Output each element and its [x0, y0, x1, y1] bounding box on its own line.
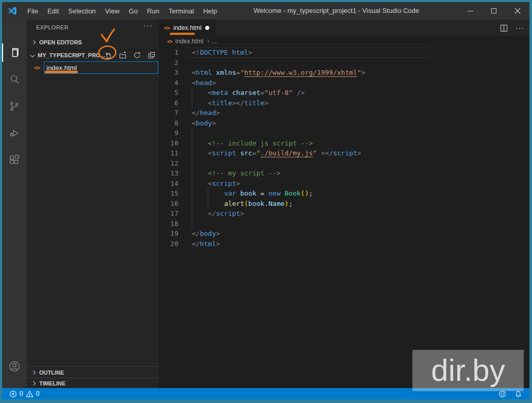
- maximize-icon: [491, 8, 496, 13]
- vscode-logo-icon: [7, 6, 18, 16]
- breadcrumb-rest[interactable]: ...: [212, 38, 217, 45]
- html-file-icon: <>: [167, 39, 172, 44]
- code-line[interactable]: 6 <title></title>: [159, 98, 529, 108]
- project-name-label: MY_TYPESCRIPT_PRO...: [38, 52, 105, 58]
- breadcrumb[interactable]: <> index.html ...: [159, 36, 529, 46]
- line-number[interactable]: 7: [159, 108, 186, 118]
- line-number[interactable]: 5: [159, 88, 186, 98]
- title-bar: FileEditSelectionViewGoRunTerminalHelp W…: [2, 2, 529, 20]
- code-line[interactable]: 13 <!-- my script -->: [159, 168, 529, 179]
- timeline-label: TIMELINE: [39, 380, 65, 386]
- menu-item-help[interactable]: Help: [198, 2, 222, 20]
- code-line[interactable]: 14 <script>: [159, 179, 529, 189]
- minimize-button[interactable]: [458, 2, 482, 20]
- code-line[interactable]: 18: [159, 219, 529, 229]
- minimize-icon: [468, 11, 473, 11]
- outline-section[interactable]: OUTLINE: [27, 366, 159, 378]
- code-line[interactable]: 7</head>: [159, 108, 529, 118]
- code-line[interactable]: 8<body>: [159, 118, 529, 128]
- menu-item-go[interactable]: Go: [124, 2, 142, 20]
- code-line[interactable]: 15 var book = new Book();: [159, 188, 529, 199]
- new-file-icon[interactable]: [104, 51, 112, 59]
- project-toolbar: [104, 50, 156, 61]
- menu-item-selection[interactable]: Selection: [63, 2, 100, 20]
- line-number[interactable]: 19: [159, 229, 186, 239]
- close-button[interactable]: [506, 2, 529, 20]
- line-number[interactable]: 9: [159, 128, 186, 138]
- accounts-icon[interactable]: [2, 354, 27, 379]
- code-line[interactable]: 5 <meta charset="utf-8" />: [159, 88, 529, 98]
- line-number[interactable]: 15: [159, 188, 186, 199]
- code-line[interactable]: 9: [159, 128, 529, 138]
- chevron-right-icon: [31, 381, 36, 385]
- project-section-header[interactable]: MY_TYPESCRIPT_PRO...: [27, 49, 159, 60]
- line-number[interactable]: 13: [159, 168, 186, 179]
- code-line[interactable]: 1<!DOCTYPE html>: [159, 47, 529, 58]
- line-text: [186, 158, 192, 169]
- line-number[interactable]: 18: [159, 219, 186, 229]
- code-line[interactable]: 17 </script>: [159, 208, 529, 219]
- code-line[interactable]: 10 <!-- include js script -->: [159, 138, 529, 149]
- collapse-all-icon[interactable]: [147, 51, 156, 59]
- sidebar-bottom-sections: OUTLINE TIMELINE: [27, 366, 159, 388]
- tab-bar: <> index.html ···: [159, 20, 529, 36]
- activity-bar: [2, 20, 27, 388]
- split-editor-icon[interactable]: [500, 24, 508, 33]
- line-text: </script>: [186, 208, 244, 219]
- breadcrumb-file[interactable]: index.html: [175, 38, 204, 45]
- new-folder-icon[interactable]: [119, 51, 127, 59]
- code-line[interactable]: 19</body>: [159, 229, 529, 239]
- line-number[interactable]: 6: [159, 98, 186, 108]
- code-line[interactable]: 12: [159, 158, 529, 169]
- code-line[interactable]: 20</html>: [159, 239, 529, 249]
- timeline-section[interactable]: TIMELINE: [27, 378, 159, 388]
- refresh-icon[interactable]: [133, 51, 141, 59]
- indent-guide: [192, 128, 192, 138]
- open-editors-section[interactable]: OPEN EDITORS: [27, 37, 159, 48]
- run-and-debug-icon[interactable]: [2, 121, 27, 146]
- menu-item-file[interactable]: File: [23, 2, 43, 20]
- line-number[interactable]: 2: [159, 58, 186, 68]
- menu-item-run[interactable]: Run: [142, 2, 164, 20]
- line-number[interactable]: 20: [159, 239, 186, 249]
- problems-status[interactable]: 0 0: [2, 390, 39, 398]
- line-text: </html>: [186, 239, 220, 249]
- code-line[interactable]: 3<html xmlns="http://www.w3.org/1999/xht…: [159, 68, 529, 78]
- search-icon[interactable]: [2, 67, 27, 92]
- code-line[interactable]: 2: [159, 58, 529, 68]
- tab-index-html[interactable]: <> index.html: [159, 20, 215, 36]
- line-number[interactable]: 10: [159, 138, 186, 149]
- code-line[interactable]: 11 <script src="./build/my.js" ></script…: [159, 148, 529, 158]
- code-line[interactable]: 16 alert(book.Name);: [159, 199, 529, 209]
- line-number[interactable]: 16: [159, 199, 186, 209]
- line-text: <meta charset="utf-8" />: [186, 88, 305, 98]
- menu-item-terminal[interactable]: Terminal: [164, 2, 198, 20]
- open-editors-label: OPEN EDITORS: [39, 39, 82, 45]
- line-number[interactable]: 12: [159, 158, 186, 169]
- editor-more-actions[interactable]: ···: [516, 24, 524, 32]
- unsaved-dot-icon[interactable]: [205, 26, 209, 30]
- file-rename-input[interactable]: [44, 61, 158, 74]
- errors-count: 0: [20, 390, 23, 397]
- maximize-button[interactable]: [482, 2, 506, 20]
- code-line[interactable]: 4<head>: [159, 78, 529, 88]
- line-text: [186, 128, 192, 138]
- window-title: Welcome - my_typescript_project1 - Visua…: [254, 2, 419, 20]
- line-number[interactable]: 14: [159, 179, 186, 189]
- menu-item-edit[interactable]: Edit: [43, 2, 63, 20]
- warnings-icon: [26, 390, 34, 398]
- extensions-icon[interactable]: [2, 148, 27, 172]
- sidebar-title: EXPLORER: [36, 24, 69, 30]
- watermark-text: dir.by: [431, 350, 505, 391]
- explorer-icon[interactable]: [2, 40, 27, 65]
- sidebar-more-actions[interactable]: ···: [143, 21, 153, 29]
- line-number[interactable]: 8: [159, 118, 186, 128]
- source-control-icon[interactable]: [2, 94, 27, 119]
- line-number[interactable]: 1: [159, 47, 186, 58]
- line-number[interactable]: 11: [159, 148, 186, 158]
- line-number[interactable]: 17: [159, 208, 186, 219]
- line-number[interactable]: 3: [159, 68, 186, 78]
- menu-item-view[interactable]: View: [101, 2, 124, 20]
- line-number[interactable]: 4: [159, 78, 186, 88]
- line-text: [186, 58, 192, 68]
